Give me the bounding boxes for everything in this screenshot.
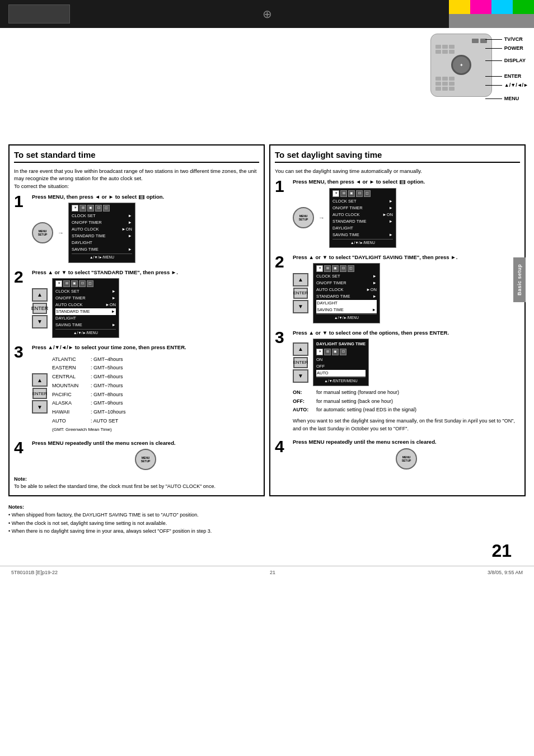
dst-on: ON (316, 356, 366, 363)
ms-icon-r2-2: ⊞ (324, 265, 331, 272)
ms2-onofftimer: ON/OFF TIMER► (55, 295, 116, 302)
ms-icon-r3-3: ▣ (332, 349, 339, 355)
menu-btn-4-left[interactable]: MENUSETUP (135, 449, 156, 470)
left-step3-instruction: Press ▲/▼/◄/► to select your time zone, … (32, 344, 259, 351)
menu-button-r1[interactable]: MENUSETUP (293, 207, 314, 228)
down-btn[interactable]: ▼ (32, 315, 48, 328)
ms-autoclock: AUTO CLOCK►ON (72, 226, 132, 233)
color-block-gray (449, 14, 470, 28)
footer-center: 21 (270, 570, 275, 575)
menu-button-1[interactable]: MENUSETUP (32, 222, 53, 243)
down-btn-r3[interactable]: ▼ (293, 369, 308, 383)
menu-screen-r2: ☀ ⊞ ▣ ⊡ ◫ CLOCK SET► ON/OFF TIMER► AUTO … (313, 263, 380, 323)
right-step2-fig: ▲ ENTER ▼ ☀ ⊞ ▣ ⊡ ◫ CL (293, 263, 520, 323)
ms-footer-r1: ▲/▼/►/MENU (332, 239, 393, 246)
color-block-green (513, 0, 534, 14)
left-step4-instruction: Press MENU repeatedly until the menu scr… (32, 439, 259, 447)
right-step-4: 4 Press MENU repeatedly until the menu s… (275, 438, 520, 469)
color-block-gray2 (470, 14, 491, 28)
menu-screen-1: ☀ ⊞ ▣ ⊡ ◫ CLOCK SET► ON/OFF TIMER► AUTO … (68, 203, 135, 262)
page-number-area: 21 (0, 541, 534, 561)
right-step-1: 1 Press MENU, then press ◄ or ► to selec… (275, 178, 520, 248)
enter-btn-inner[interactable]: ENTER (32, 303, 47, 314)
up-btn-r3[interactable]: ▲ (293, 342, 308, 356)
ms-icon-2-2: ⊞ (63, 280, 70, 287)
ms-icon-2-5: ◫ (87, 280, 93, 287)
ms-icon-r3-4: ⊡ (340, 349, 346, 355)
up-down-btns: ▲ ENTER ▼ (32, 288, 48, 328)
ms-icon-2: ⊞ (79, 205, 86, 212)
remote-label-enter: ENTER (485, 73, 528, 79)
note-item-2: • When the clock is not set, daylight sa… (8, 519, 526, 527)
msr2-daylight-hl: DAYLIGHT (316, 300, 377, 307)
right-step3-fig: ▲ ENTER ▼ DAYLIGHT SAVING TIME ☀ ⊞ ▣ ⊡ (293, 339, 520, 386)
daylight-time-section: To set daylight saving time You can set … (269, 144, 526, 496)
color-block-yellow (449, 0, 470, 14)
header-color-blocks (449, 0, 534, 28)
left-step3-fig: ▲ ENTER ▼ ATLANTIC: GMT–4hours EASTERN: … (32, 354, 259, 434)
remote-label-menu: MENU (485, 96, 528, 101)
note-item-1: • When shipped from factory, the DAYLIGH… (8, 511, 526, 519)
right-step-2: 2 Press ▲ or ▼ to select "DAYLIGHT SAVIN… (275, 253, 520, 323)
left-step-4: 4 Press MENU repeatedly until the menu s… (14, 439, 259, 470)
remote-device: ✦ (430, 34, 492, 97)
menu-btn-4-right[interactable]: MENUSETUP (396, 448, 417, 469)
dst-off: OFF (316, 363, 366, 370)
right-step1-fig: MENUSETUP → ☀ ⊞ ▣ ⊡ ◫ CLOCK SET► (293, 188, 520, 248)
dst-opt-auto: AUTO: for automatic setting (read EDS in… (293, 406, 520, 414)
up-btn-r2[interactable]: ▲ (293, 273, 308, 287)
standard-time-title: To set standard time (14, 150, 259, 163)
enter-btn-3[interactable]: ENTER (32, 388, 47, 399)
daylight-time-intro: You can set the daylight saving time aut… (275, 167, 520, 175)
up-btn-3[interactable]: ▲ (32, 373, 48, 387)
dst-ms-icons: ☀ ⊞ ▣ ⊡ (316, 349, 366, 355)
dst-opt-on: ON: for manual setting (forward one hour… (293, 388, 520, 397)
down-btn-3[interactable]: ▼ (32, 400, 48, 414)
basic-setup-tab: Basic setup (513, 257, 526, 302)
msr1-clockset: CLOCK SET► (332, 198, 393, 205)
remote-area: ✦ TV/VCR (0, 28, 534, 140)
arrow-right-r1: → (318, 214, 325, 221)
up-down-btns-r3: ▲ ENTER ▼ (293, 342, 308, 383)
down-btn-r2[interactable]: ▼ (293, 300, 308, 313)
dst-opt-off: OFF: for manual setting (back one hour) (293, 397, 520, 406)
right-step1-instruction: Press MENU, then press ◄ or ► to select … (293, 178, 520, 185)
menu-screen-r1: ☀ ⊞ ▣ ⊡ ◫ CLOCK SET► ON/OFF TIMER► AUTO … (329, 188, 396, 248)
left-step1-fig: MENUSETUP → ☀ ⊞ ▣ ⊡ ◫ CLOCK SET► (32, 203, 259, 262)
ms-standardtime: STANDARD TIME► (72, 233, 132, 240)
up-btn[interactable]: ▲ (32, 288, 48, 302)
dst-menu-title: DAYLIGHT SAVING TIME (316, 341, 366, 348)
ms-icon-1: ☀ (72, 205, 78, 212)
ms-footer-r2: ▲/▼/►/MENU (316, 314, 377, 321)
msr2-autoclock: AUTO CLOCK►ON (316, 287, 377, 293)
left-note: Note: To be able to select the standard … (14, 476, 259, 491)
ms-icon-2-3: ▣ (71, 280, 78, 287)
msr1-savingtime: SAVING TIME► (332, 232, 393, 238)
note-item-3: • When there is no daylight saving time … (8, 527, 526, 535)
footer-right: 3/8/05, 9:55 AM (488, 570, 523, 575)
menu-screen-2: ☀ ⊞ ▣ ⊡ ◫ CLOCK SET► ON/OFF TIMER► AUTO … (52, 278, 119, 338)
left-step2-instruction: Press ▲ or ▼ to select "STANDARD TIME", … (32, 269, 259, 276)
ms-icon-r1-1: ☀ (332, 190, 339, 197)
left-step4-btn: MENUSETUP (32, 449, 259, 470)
enter-btn-r2[interactable]: ENTER (293, 288, 308, 299)
ms-icon-5: ◫ (103, 205, 110, 212)
color-block-gray4 (513, 14, 534, 28)
msr2-stdtime: STANDARD TIME► (316, 293, 377, 300)
remote-label-tvvcr: TV/VCR (485, 36, 528, 42)
enter-btn-r3[interactable]: ENTER (293, 357, 308, 368)
dst-manual-note: When you want to set the daylight saving… (293, 417, 520, 433)
main-content: To set standard time In the rare event t… (0, 140, 534, 501)
left-step2-fig: ▲ ENTER ▼ ☀ ⊞ ▣ ⊡ ◫ CL (32, 278, 259, 338)
ms-icon-r2-3: ▣ (332, 265, 339, 272)
remote-label-power: POWER (485, 45, 528, 51)
ms2-autoclock: AUTO CLOCK►ON (55, 302, 116, 308)
ms-icon-r1-3: ▣ (348, 190, 355, 197)
standard-time-intro: In the rare event that you live within b… (14, 167, 259, 190)
ms2-daylight: DAYLIGHT (55, 315, 116, 322)
timezone-table: ATLANTIC: GMT–4hours EASTERN: GMT–5hours… (52, 355, 126, 434)
right-step3-instruction: Press ▲ or ▼ to select one of the option… (293, 329, 520, 336)
ms-savingtime: SAVING TIME► (72, 246, 132, 253)
ms2-standardtime-hl: STANDARD TIME► (55, 308, 116, 315)
left-step-3: 3 Press ▲/▼/◄/► to select your time zone… (14, 344, 259, 433)
